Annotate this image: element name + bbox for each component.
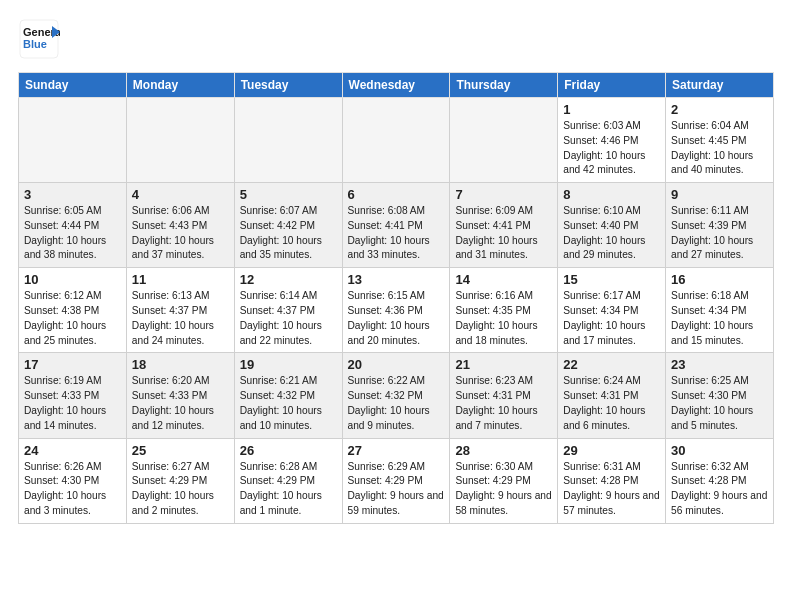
day-number: 11: [132, 272, 229, 287]
daylight-label: Daylight: 10 hours and 33 minutes.: [348, 235, 430, 261]
daylight-label: Daylight: 10 hours and 35 minutes.: [240, 235, 322, 261]
sunrise-label: Sunrise: 6:23 AM: [455, 375, 533, 386]
cell-content: Sunrise: 6:20 AMSunset: 4:33 PMDaylight:…: [132, 374, 229, 433]
calendar-cell: 5Sunrise: 6:07 AMSunset: 4:42 PMDaylight…: [234, 183, 342, 268]
sunset-label: Sunset: 4:29 PM: [455, 475, 530, 486]
sunrise-label: Sunrise: 6:26 AM: [24, 461, 102, 472]
sunrise-label: Sunrise: 6:19 AM: [24, 375, 102, 386]
daylight-label: Daylight: 10 hours and 27 minutes.: [671, 235, 753, 261]
calendar-cell: 30Sunrise: 6:32 AMSunset: 4:28 PMDayligh…: [666, 438, 774, 523]
cell-content: Sunrise: 6:25 AMSunset: 4:30 PMDaylight:…: [671, 374, 768, 433]
calendar-cell: [234, 98, 342, 183]
calendar-cell: 2Sunrise: 6:04 AMSunset: 4:45 PMDaylight…: [666, 98, 774, 183]
day-number: 1: [563, 102, 660, 117]
sunrise-label: Sunrise: 6:32 AM: [671, 461, 749, 472]
calendar-cell: 11Sunrise: 6:13 AMSunset: 4:37 PMDayligh…: [126, 268, 234, 353]
day-number: 27: [348, 443, 445, 458]
sunrise-label: Sunrise: 6:06 AM: [132, 205, 210, 216]
sunrise-label: Sunrise: 6:03 AM: [563, 120, 641, 131]
sunrise-label: Sunrise: 6:13 AM: [132, 290, 210, 301]
calendar-cell: [450, 98, 558, 183]
sunset-label: Sunset: 4:28 PM: [671, 475, 746, 486]
day-number: 15: [563, 272, 660, 287]
daylight-label: Daylight: 10 hours and 37 minutes.: [132, 235, 214, 261]
sunrise-label: Sunrise: 6:12 AM: [24, 290, 102, 301]
logo: General Blue: [18, 18, 60, 60]
cell-content: Sunrise: 6:13 AMSunset: 4:37 PMDaylight:…: [132, 289, 229, 348]
sunset-label: Sunset: 4:46 PM: [563, 135, 638, 146]
cell-content: Sunrise: 6:09 AMSunset: 4:41 PMDaylight:…: [455, 204, 552, 263]
daylight-label: Daylight: 10 hours and 10 minutes.: [240, 405, 322, 431]
sunset-label: Sunset: 4:32 PM: [240, 390, 315, 401]
calendar-cell: 9Sunrise: 6:11 AMSunset: 4:39 PMDaylight…: [666, 183, 774, 268]
weekday-header: Thursday: [450, 73, 558, 98]
daylight-label: Daylight: 9 hours and 57 minutes.: [563, 490, 659, 516]
day-number: 21: [455, 357, 552, 372]
page-header: General Blue: [18, 18, 774, 60]
day-number: 22: [563, 357, 660, 372]
cell-content: Sunrise: 6:15 AMSunset: 4:36 PMDaylight:…: [348, 289, 445, 348]
sunrise-label: Sunrise: 6:21 AM: [240, 375, 318, 386]
cell-content: Sunrise: 6:30 AMSunset: 4:29 PMDaylight:…: [455, 460, 552, 519]
day-number: 17: [24, 357, 121, 372]
calendar-cell: 29Sunrise: 6:31 AMSunset: 4:28 PMDayligh…: [558, 438, 666, 523]
daylight-label: Daylight: 10 hours and 20 minutes.: [348, 320, 430, 346]
daylight-label: Daylight: 10 hours and 17 minutes.: [563, 320, 645, 346]
day-number: 5: [240, 187, 337, 202]
day-number: 9: [671, 187, 768, 202]
calendar-cell: 20Sunrise: 6:22 AMSunset: 4:32 PMDayligh…: [342, 353, 450, 438]
sunset-label: Sunset: 4:40 PM: [563, 220, 638, 231]
sunrise-label: Sunrise: 6:28 AM: [240, 461, 318, 472]
sunrise-label: Sunrise: 6:30 AM: [455, 461, 533, 472]
sunrise-label: Sunrise: 6:31 AM: [563, 461, 641, 472]
sunset-label: Sunset: 4:43 PM: [132, 220, 207, 231]
sunset-label: Sunset: 4:37 PM: [132, 305, 207, 316]
cell-content: Sunrise: 6:24 AMSunset: 4:31 PMDaylight:…: [563, 374, 660, 433]
cell-content: Sunrise: 6:08 AMSunset: 4:41 PMDaylight:…: [348, 204, 445, 263]
daylight-label: Daylight: 9 hours and 59 minutes.: [348, 490, 444, 516]
sunset-label: Sunset: 4:31 PM: [455, 390, 530, 401]
calendar-cell: 18Sunrise: 6:20 AMSunset: 4:33 PMDayligh…: [126, 353, 234, 438]
sunrise-label: Sunrise: 6:27 AM: [132, 461, 210, 472]
calendar-cell: 10Sunrise: 6:12 AMSunset: 4:38 PMDayligh…: [19, 268, 127, 353]
sunset-label: Sunset: 4:34 PM: [671, 305, 746, 316]
cell-content: Sunrise: 6:31 AMSunset: 4:28 PMDaylight:…: [563, 460, 660, 519]
daylight-label: Daylight: 10 hours and 42 minutes.: [563, 150, 645, 176]
cell-content: Sunrise: 6:12 AMSunset: 4:38 PMDaylight:…: [24, 289, 121, 348]
sunrise-label: Sunrise: 6:14 AM: [240, 290, 318, 301]
weekday-header-row: SundayMondayTuesdayWednesdayThursdayFrid…: [19, 73, 774, 98]
cell-content: Sunrise: 6:32 AMSunset: 4:28 PMDaylight:…: [671, 460, 768, 519]
calendar-cell: 4Sunrise: 6:06 AMSunset: 4:43 PMDaylight…: [126, 183, 234, 268]
cell-content: Sunrise: 6:28 AMSunset: 4:29 PMDaylight:…: [240, 460, 337, 519]
calendar-cell: 8Sunrise: 6:10 AMSunset: 4:40 PMDaylight…: [558, 183, 666, 268]
sunset-label: Sunset: 4:30 PM: [671, 390, 746, 401]
daylight-label: Daylight: 10 hours and 31 minutes.: [455, 235, 537, 261]
calendar-cell: 14Sunrise: 6:16 AMSunset: 4:35 PMDayligh…: [450, 268, 558, 353]
day-number: 18: [132, 357, 229, 372]
cell-content: Sunrise: 6:27 AMSunset: 4:29 PMDaylight:…: [132, 460, 229, 519]
calendar-table: SundayMondayTuesdayWednesdayThursdayFrid…: [18, 72, 774, 524]
sunset-label: Sunset: 4:45 PM: [671, 135, 746, 146]
daylight-label: Daylight: 10 hours and 5 minutes.: [671, 405, 753, 431]
day-number: 28: [455, 443, 552, 458]
daylight-label: Daylight: 10 hours and 38 minutes.: [24, 235, 106, 261]
sunset-label: Sunset: 4:31 PM: [563, 390, 638, 401]
calendar-week-row: 24Sunrise: 6:26 AMSunset: 4:30 PMDayligh…: [19, 438, 774, 523]
calendar-week-row: 1Sunrise: 6:03 AMSunset: 4:46 PMDaylight…: [19, 98, 774, 183]
day-number: 4: [132, 187, 229, 202]
calendar-page: General Blue SundayMondayTuesdayWednesda…: [0, 0, 792, 536]
sunset-label: Sunset: 4:29 PM: [132, 475, 207, 486]
day-number: 19: [240, 357, 337, 372]
cell-content: Sunrise: 6:07 AMSunset: 4:42 PMDaylight:…: [240, 204, 337, 263]
calendar-cell: 6Sunrise: 6:08 AMSunset: 4:41 PMDaylight…: [342, 183, 450, 268]
daylight-label: Daylight: 10 hours and 2 minutes.: [132, 490, 214, 516]
sunset-label: Sunset: 4:33 PM: [132, 390, 207, 401]
cell-content: Sunrise: 6:26 AMSunset: 4:30 PMDaylight:…: [24, 460, 121, 519]
day-number: 23: [671, 357, 768, 372]
day-number: 20: [348, 357, 445, 372]
day-number: 10: [24, 272, 121, 287]
calendar-cell: 26Sunrise: 6:28 AMSunset: 4:29 PMDayligh…: [234, 438, 342, 523]
daylight-label: Daylight: 10 hours and 9 minutes.: [348, 405, 430, 431]
calendar-cell: 19Sunrise: 6:21 AMSunset: 4:32 PMDayligh…: [234, 353, 342, 438]
day-number: 29: [563, 443, 660, 458]
